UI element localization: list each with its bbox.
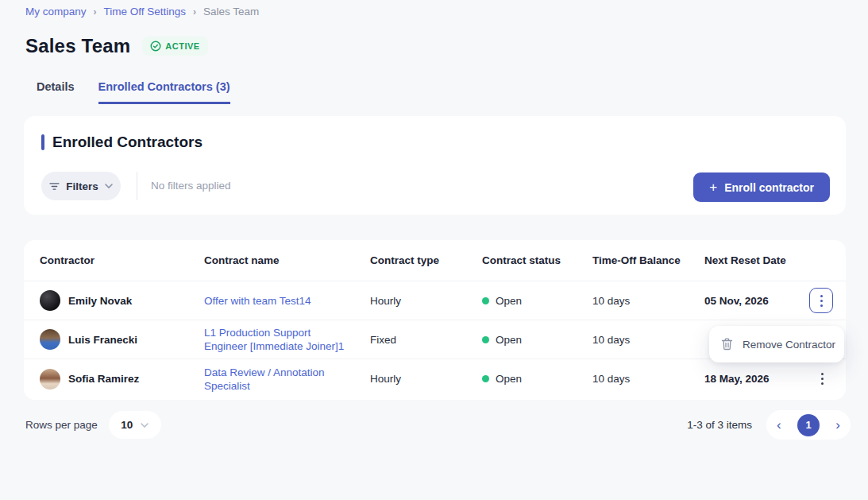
tab-enrolled-contractors[interactable]: Enrolled Contractors (3) xyxy=(98,80,230,104)
next-reset-date: 05 Nov, 2026 xyxy=(704,295,808,307)
contract-name-link[interactable]: Data Review / Annotation Specialist xyxy=(204,366,357,393)
status-dot xyxy=(482,375,489,382)
status-badge-label: ACTIVE xyxy=(165,41,199,51)
column-header-next-reset-date: Next Reset Date xyxy=(704,254,808,266)
contractors-table: Contractor Contract name Contract type C… xyxy=(24,240,846,400)
time-off-balance: 10 days xyxy=(592,373,704,385)
rows-per-page-select[interactable]: 10 xyxy=(109,411,161,439)
section-accent-bar xyxy=(41,134,44,150)
status-dot xyxy=(482,336,489,343)
row-menu-button[interactable] xyxy=(811,367,833,391)
plus-icon: + xyxy=(709,180,717,194)
check-circle-icon xyxy=(150,41,161,52)
breadcrumb: My company › Time Off Settings › Sales T… xyxy=(25,6,259,17)
breadcrumb-separator-icon: › xyxy=(193,6,196,17)
enroll-contractor-button[interactable]: + Enroll contractor xyxy=(693,172,830,202)
contract-name-link[interactable]: Offer with team Test14 xyxy=(204,294,357,308)
vertical-divider xyxy=(137,172,137,200)
breadcrumb-separator-icon: › xyxy=(94,6,97,17)
breadcrumb-link-my-company[interactable]: My company xyxy=(25,6,87,17)
rows-per-page-label: Rows per page xyxy=(25,419,98,431)
no-filters-text: No filters applied xyxy=(151,180,231,192)
menu-item-remove-contractor[interactable]: Remove Contractor xyxy=(743,339,835,351)
time-off-balance: 10 days xyxy=(592,295,704,307)
status-text: Open xyxy=(496,295,522,307)
table-header-row: Contractor Contract name Contract type C… xyxy=(24,240,846,281)
pagination: ‹ 1 › xyxy=(766,410,851,440)
section-title: Enrolled Contractors xyxy=(52,134,203,151)
filter-icon xyxy=(49,182,60,191)
contract-type: Hourly xyxy=(370,295,482,307)
page-button-current[interactable]: 1 xyxy=(797,414,820,436)
chevron-down-icon xyxy=(105,184,113,188)
enrolled-contractors-panel: Enrolled Contractors Filters No filters … xyxy=(24,116,846,215)
status-dot xyxy=(482,297,489,304)
next-reset-date: 18 May, 2026 xyxy=(704,373,808,385)
status-badge: ACTIVE xyxy=(142,37,207,56)
column-header-contract-status: Contract status xyxy=(482,254,592,266)
breadcrumb-current: Sales Team xyxy=(203,6,259,17)
tab-details[interactable]: Details xyxy=(37,80,75,104)
column-header-contract-type: Contract type xyxy=(370,254,482,266)
avatar xyxy=(40,329,60,350)
column-header-contract-name: Contract name xyxy=(204,254,370,266)
contractor-name: Sofia Ramirez xyxy=(68,373,139,385)
avatar xyxy=(40,290,60,311)
page-title: Sales Team xyxy=(25,35,130,57)
row-menu-button[interactable] xyxy=(809,288,833,313)
filters-button-label: Filters xyxy=(66,180,98,192)
contract-name-link[interactable]: L1 Production Support Engineer [Immediat… xyxy=(204,326,357,353)
status-text: Open xyxy=(496,373,522,385)
row-context-menu: Remove Contractor xyxy=(709,326,844,362)
avatar xyxy=(40,369,60,390)
pagination-items-count: 1-3 of 3 items xyxy=(687,419,752,431)
column-header-contractor: Contractor xyxy=(40,254,204,266)
status-text: Open xyxy=(496,334,522,346)
filters-button[interactable]: Filters xyxy=(41,172,121,200)
contractor-name: Emily Novak xyxy=(68,295,132,307)
column-header-time-off-balance: Time-Off Balance xyxy=(592,254,704,266)
table-row: Emily Novak Offer with team Test14 Hourl… xyxy=(24,281,846,320)
rows-per-page-value: 10 xyxy=(121,419,133,431)
table-row: Sofia Ramirez Data Review / Annotation S… xyxy=(24,359,846,398)
contract-type: Fixed xyxy=(370,334,482,346)
trash-icon xyxy=(721,338,733,351)
chevron-left-icon[interactable]: ‹ xyxy=(777,418,781,432)
time-off-balance: 10 days xyxy=(592,334,704,346)
tab-bar: Details Enrolled Contractors (3) xyxy=(37,80,230,104)
enroll-contractor-button-label: Enroll contractor xyxy=(724,181,814,194)
chevron-down-icon xyxy=(141,423,149,428)
breadcrumb-link-time-off-settings[interactable]: Time Off Settings xyxy=(104,6,187,17)
contractor-name: Luis Franecki xyxy=(68,334,137,346)
chevron-right-icon[interactable]: › xyxy=(835,418,840,432)
contract-type: Hourly xyxy=(370,373,482,385)
